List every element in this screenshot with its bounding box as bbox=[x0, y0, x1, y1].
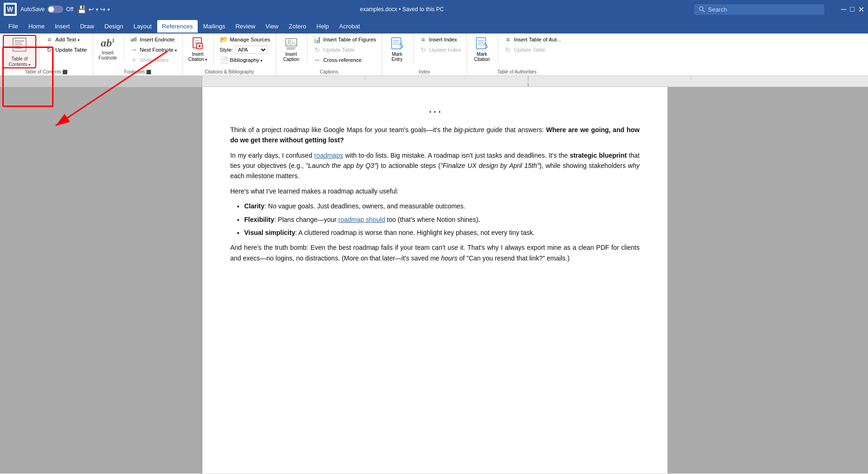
insert-caption-button[interactable]: InsertCaption bbox=[279, 35, 303, 64]
insert-index-button[interactable]: ≡ Insert Index bbox=[416, 35, 464, 44]
document-page: · · · Think of a project roadmap like Go… bbox=[202, 87, 668, 474]
menu-mailings[interactable]: Mailings bbox=[199, 21, 230, 32]
svg-line-3 bbox=[702, 10, 705, 13]
insert-auth-icon: ≡ bbox=[504, 36, 512, 43]
insert-auth-label: Insert Table of Aut... bbox=[514, 37, 561, 42]
update-index-icon: ↻ bbox=[419, 46, 427, 53]
update-table-label: Update Table bbox=[55, 47, 87, 53]
save-icon[interactable]: 💾 bbox=[77, 5, 87, 14]
insert-index-icon: ≡ bbox=[419, 36, 427, 43]
table-of-contents-button[interactable]: Table ofContents ▾ bbox=[3, 35, 36, 68]
ribbon: Table ofContents ▾ ≡ Add Text ▾ ↻ Update… bbox=[0, 33, 868, 76]
toc-svg-icon bbox=[11, 36, 28, 53]
authorities-small-buttons: ≡ Insert Table of Aut... ↻ Update Table bbox=[501, 35, 564, 54]
toc-small-buttons: ≡ Add Text ▾ ↻ Update Table bbox=[42, 35, 90, 54]
svg-rect-25 bbox=[476, 38, 486, 49]
menu-insert[interactable]: Insert bbox=[50, 21, 75, 32]
right-margin bbox=[668, 87, 868, 474]
maximize-icon[interactable]: □ bbox=[850, 5, 855, 14]
style-label: Style: bbox=[220, 47, 233, 53]
minimize-icon[interactable]: ─ bbox=[841, 5, 846, 14]
menu-layout[interactable]: Layout bbox=[129, 21, 156, 32]
mark-entry-button[interactable]: MarkEntry bbox=[385, 35, 409, 64]
menu-acrobat[interactable]: Acrobat bbox=[334, 21, 365, 32]
mark-citation-label: MarkCitation bbox=[474, 52, 490, 62]
update-table-icon: ↻ bbox=[45, 46, 53, 53]
paragraph-1: Think of a project roadmap like Google M… bbox=[230, 125, 640, 146]
ribbon-group-captions: InsertCaption 📊 Insert Table of Figures … bbox=[276, 33, 382, 75]
menu-references[interactable]: References bbox=[157, 20, 197, 33]
undo-dropdown-icon[interactable]: ▾ bbox=[96, 7, 98, 12]
bibliography-button[interactable]: 📄 Bibliography ▾ bbox=[217, 55, 273, 65]
add-text-icon: ≡ bbox=[45, 36, 53, 43]
manage-sources-button[interactable]: 📂 Manage Sources bbox=[217, 35, 273, 44]
ruler-svg: 1 bbox=[202, 76, 854, 87]
document-title: examples.docx • Saved to this PC bbox=[114, 6, 690, 13]
ribbon-group-citations: InsertCitation ▾ 📂 Manage Sources Style:… bbox=[183, 33, 276, 75]
svg-text:W: W bbox=[7, 6, 13, 13]
customize-icon[interactable]: ▾ bbox=[107, 7, 110, 12]
insert-caption-icon bbox=[285, 37, 298, 51]
mark-citation-icon bbox=[475, 37, 488, 51]
menu-design[interactable]: Design bbox=[100, 21, 128, 32]
toc-dialog-launcher[interactable]: ⬛ bbox=[62, 70, 67, 74]
autosave-label: AutoSave bbox=[20, 6, 45, 13]
show-notes-label: Show Notes bbox=[140, 57, 169, 63]
update-table-cap-icon: ↻ bbox=[313, 46, 321, 53]
update-index-label: Update Index bbox=[429, 47, 461, 53]
add-text-button[interactable]: ≡ Add Text ▾ bbox=[42, 35, 90, 44]
toc-icon bbox=[11, 36, 28, 56]
menu-view[interactable]: View bbox=[261, 21, 283, 32]
next-footnote-button[interactable]: → Next Footnote ▾ bbox=[127, 45, 180, 54]
style-selector[interactable]: Style: APAMLAChicago bbox=[217, 45, 273, 55]
search-box[interactable]: Search bbox=[694, 4, 824, 15]
paragraph-4: And here's the truth bomb: Even the best… bbox=[230, 242, 640, 263]
insert-footnote-button[interactable]: ab1 InsertFootnote bbox=[96, 35, 120, 62]
update-table-cap-button[interactable]: ↻ Update Table bbox=[310, 45, 379, 54]
redo-icon[interactable]: ↪ bbox=[100, 6, 106, 13]
insert-endnote-button[interactable]: aб Insert Endnote bbox=[127, 35, 180, 44]
search-label: Search bbox=[708, 6, 727, 13]
insert-table-auth-button[interactable]: ≡ Insert Table of Aut... bbox=[501, 35, 564, 44]
bibliography-icon: 📄 bbox=[220, 56, 228, 64]
title-bar: W AutoSave Off 💾 ↩ ▾ ↪ ▾ examples.docx •… bbox=[0, 0, 868, 19]
insert-citation-button[interactable]: InsertCitation ▾ bbox=[186, 35, 210, 64]
svg-point-2 bbox=[699, 7, 703, 11]
update-index-button[interactable]: ↻ Update Index bbox=[416, 45, 464, 54]
ribbon-group-authorities: MarkCitation ≡ Insert Table of Aut... ↻ … bbox=[467, 33, 567, 75]
menu-file[interactable]: File bbox=[4, 21, 23, 32]
insert-footnote-icon: ab1 bbox=[101, 37, 115, 49]
autosave-toggle[interactable] bbox=[47, 6, 63, 13]
manage-sources-label: Manage Sources bbox=[230, 37, 270, 42]
undo-icon[interactable]: ↩ bbox=[88, 6, 94, 13]
mark-citation-button[interactable]: MarkCitation bbox=[470, 35, 494, 64]
left-margin bbox=[0, 87, 202, 474]
menu-zotero[interactable]: Zotero bbox=[284, 21, 311, 32]
next-footnote-label: Next Footnote ▾ bbox=[140, 47, 177, 53]
close-icon[interactable]: ✕ bbox=[858, 5, 864, 14]
show-notes-button[interactable]: ≡ Show Notes bbox=[127, 55, 180, 65]
insert-table-of-figures-button[interactable]: 📊 Insert Table of Figures bbox=[310, 35, 379, 44]
add-text-label: Add Text ▾ bbox=[55, 37, 80, 42]
paragraph-2: In my early days, I confused roadmaps wi… bbox=[230, 150, 640, 181]
svg-point-20 bbox=[288, 40, 291, 43]
menu-draw[interactable]: Draw bbox=[75, 21, 99, 32]
authorities-group-label: Table of Authorities bbox=[470, 68, 564, 75]
update-table-button[interactable]: ↻ Update Table bbox=[42, 45, 90, 54]
quick-access-toolbar: 💾 ↩ ▾ ↪ ▾ bbox=[77, 5, 110, 14]
insert-footnote-label: InsertFootnote bbox=[99, 50, 117, 60]
style-dropdown[interactable]: APAMLAChicago bbox=[235, 46, 267, 54]
menu-home[interactable]: Home bbox=[24, 21, 49, 32]
captions-small-buttons: 📊 Insert Table of Figures ↻ Update Table… bbox=[310, 35, 379, 65]
insert-tof-label: Insert Table of Figures bbox=[323, 37, 376, 42]
next-footnote-icon: → bbox=[130, 46, 138, 53]
toc-button-label: Table ofContents ▾ bbox=[9, 56, 31, 67]
footnote-small-buttons: aб Insert Endnote → Next Footnote ▾ ≡ Sh… bbox=[127, 35, 180, 65]
cross-reference-button[interactable]: ↔ Cross-reference bbox=[310, 55, 379, 65]
update-table-auth-button[interactable]: ↻ Update Table bbox=[501, 45, 564, 54]
list-item-flexibility: Flexibility: Plans change—your roadmap s… bbox=[244, 214, 640, 225]
footnotes-dialog-launcher[interactable]: ⬛ bbox=[146, 70, 151, 74]
menu-help[interactable]: Help bbox=[312, 21, 334, 32]
menu-review[interactable]: Review bbox=[231, 21, 260, 32]
insert-endnote-label: Insert Endnote bbox=[140, 37, 175, 42]
